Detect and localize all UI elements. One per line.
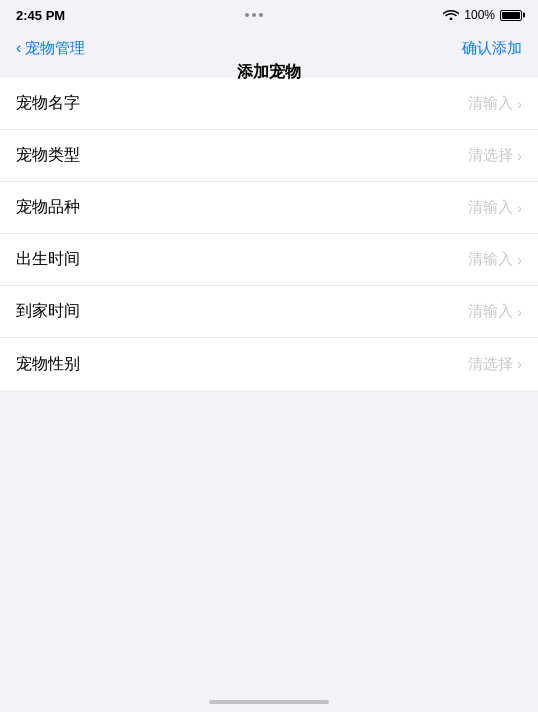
pet-gender-chevron-icon: › xyxy=(517,356,522,372)
battery-icon xyxy=(500,10,522,21)
form-row-pet-name[interactable]: 宠物名字 清输入 › xyxy=(0,78,538,130)
arrive-time-placeholder: 清输入 xyxy=(468,302,513,321)
status-bar: 2:45 PM 100% xyxy=(0,0,538,28)
dot-3 xyxy=(259,13,263,17)
form-row-pet-gender[interactable]: 宠物性别 清选择 › xyxy=(0,338,538,390)
arrive-time-label: 到家时间 xyxy=(16,301,80,322)
pet-breed-right: 清输入 › xyxy=(468,198,522,217)
pet-name-placeholder: 清输入 xyxy=(468,94,513,113)
form-row-pet-type[interactable]: 宠物类型 清选择 › xyxy=(0,130,538,182)
form-row-pet-breed[interactable]: 宠物品种 清输入 › xyxy=(0,182,538,234)
form-content: 宠物名字 清输入 › 宠物类型 清选择 › 宠物品种 清输入 › 出生时间 清输… xyxy=(0,78,538,390)
back-chevron-icon: ‹ xyxy=(16,39,21,57)
dot-1 xyxy=(245,13,249,17)
pet-breed-label: 宠物品种 xyxy=(16,197,80,218)
birth-time-chevron-icon: › xyxy=(517,252,522,268)
status-icons: 100% xyxy=(443,8,522,23)
home-indicator xyxy=(209,700,329,704)
birth-time-label: 出生时间 xyxy=(16,249,80,270)
birth-time-right: 清输入 › xyxy=(468,250,522,269)
battery-fill xyxy=(502,12,520,19)
arrive-time-right: 清输入 › xyxy=(468,302,522,321)
pet-name-right: 清输入 › xyxy=(468,94,522,113)
pet-breed-chevron-icon: › xyxy=(517,200,522,216)
wifi-icon xyxy=(443,8,459,23)
dot-2 xyxy=(252,13,256,17)
page-title: 添加宠物 xyxy=(237,62,301,83)
pet-gender-placeholder: 清选择 xyxy=(468,355,513,374)
confirm-button[interactable]: 确认添加 xyxy=(462,39,522,58)
pet-type-label: 宠物类型 xyxy=(16,145,80,166)
pet-type-chevron-icon: › xyxy=(517,148,522,164)
pet-gender-right: 清选择 › xyxy=(468,355,522,374)
battery-percent: 100% xyxy=(464,8,495,22)
status-date-dots xyxy=(245,13,263,17)
arrive-time-chevron-icon: › xyxy=(517,304,522,320)
form-row-birth-time[interactable]: 出生时间 清输入 › xyxy=(0,234,538,286)
nav-bar: ‹ 宠物管理 添加宠物 确认添加 xyxy=(0,28,538,72)
pet-gender-label: 宠物性别 xyxy=(16,354,80,375)
back-label: 宠物管理 xyxy=(25,39,85,58)
pet-type-right: 清选择 › xyxy=(468,146,522,165)
birth-time-placeholder: 清输入 xyxy=(468,250,513,269)
pet-name-label: 宠物名字 xyxy=(16,93,80,114)
pet-type-placeholder: 清选择 xyxy=(468,146,513,165)
form-row-arrive-time[interactable]: 到家时间 清输入 › xyxy=(0,286,538,338)
back-button[interactable]: ‹ 宠物管理 xyxy=(16,39,85,58)
status-time: 2:45 PM xyxy=(16,8,65,23)
pet-breed-placeholder: 清输入 xyxy=(468,198,513,217)
pet-name-chevron-icon: › xyxy=(517,96,522,112)
